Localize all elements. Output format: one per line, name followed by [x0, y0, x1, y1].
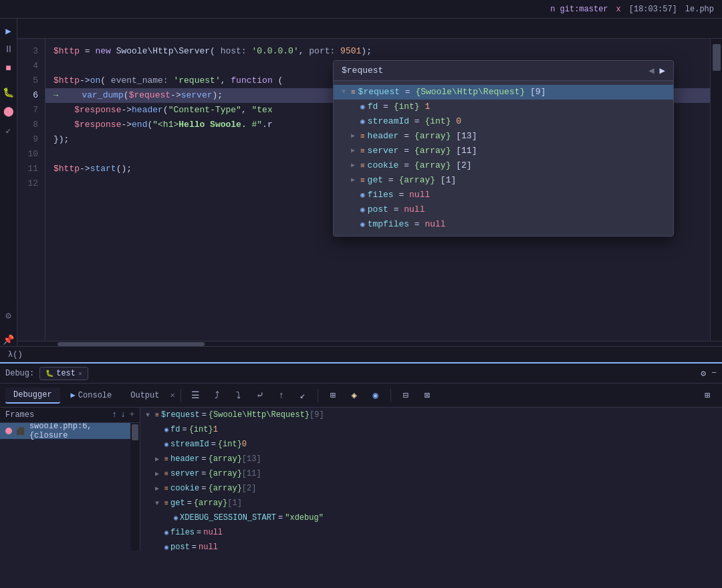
expand-icon-post — [351, 202, 360, 217]
tab-debugger[interactable]: Debugger — [5, 388, 60, 404]
expand-icon-streamid — [351, 114, 360, 129]
expand-get[interactable]: ▼ — [155, 500, 164, 507]
var-item-streamid[interactable]: ◉ streamId = {int} 0 — [140, 437, 722, 452]
settings-icon[interactable]: ⚙ — [2, 309, 15, 322]
tb-btn-resume[interactable]: ↑ — [272, 386, 291, 405]
tb-btn-step-into[interactable]: ⤵ — [229, 386, 248, 405]
expand-icon-request[interactable]: ▼ — [342, 85, 351, 100]
vi-type-prim: ◉ — [164, 426, 168, 434]
ln-6: 6 — [17, 88, 38, 103]
settings-gear-icon[interactable]: ⚙ — [701, 368, 706, 379]
tooltip-item-cookie[interactable]: ▶ ≡ cookie = {array} [2] — [334, 158, 673, 173]
breakpoint-icon[interactable]: ⬤ — [2, 104, 15, 118]
expand-icon-fd — [351, 100, 360, 114]
expand-server[interactable]: ▶ — [155, 470, 164, 478]
tooltip-item-post[interactable]: ◉ post = null — [334, 202, 673, 217]
tab-output[interactable]: Output — [122, 388, 167, 403]
code-line-3: $http = new Swoole\Http\Server( host: '0… — [53, 44, 714, 59]
expand-streamid — [155, 441, 164, 448]
tb-btn-memory[interactable]: ◉ — [366, 386, 385, 405]
expand-header[interactable]: ▶ — [155, 455, 164, 463]
scrollbar-thumb[interactable] — [57, 342, 205, 346]
frames-label: Frames — [5, 410, 34, 420]
frames-up-icon[interactable]: ↑ — [112, 410, 116, 420]
expand-cookie[interactable]: ▶ — [155, 484, 164, 492]
line-numbers: 3 4 5 6 7 8 9 10 11 12 — [17, 39, 45, 341]
tab-console[interactable]: ▶ Console — [63, 388, 120, 403]
frames-add-icon[interactable]: + — [130, 410, 134, 420]
nav-forward[interactable]: ▶ — [660, 65, 665, 76]
step-icon[interactable]: ↙ — [2, 123, 15, 136]
close-output-icon[interactable]: ✕ — [170, 390, 174, 400]
frames-panel: Frames ↑ ↓ + ⬛ swoole.php:6, {closure — [0, 408, 140, 551]
lambda-bar: λ() — [0, 346, 722, 362]
tooltip-title: $request — [342, 65, 383, 76]
breakpoint-dot — [5, 428, 12, 434]
pause-icon[interactable]: ⏸ — [2, 43, 15, 56]
var-item-fd[interactable]: ◉ fd = {int} 1 — [140, 422, 722, 437]
tooltip-item-header[interactable]: ▶ ≡ header = {array} [13] — [334, 129, 673, 144]
var-item-cookie[interactable]: ▶ ≡ cookie = {array} [2] — [140, 481, 722, 496]
var-item-get[interactable]: ▼ ≡ get = {array} [1] — [140, 496, 722, 510]
expand-icon-server[interactable]: ▶ — [351, 144, 360, 158]
console-icon: ▶ — [71, 390, 76, 400]
stop-icon[interactable]: ■ — [2, 61, 15, 75]
frame-icon: ⬛ — [16, 427, 25, 436]
type-icon-prim-2: ◉ — [360, 114, 365, 129]
editor-scrollbar[interactable] — [17, 341, 722, 346]
tb-btn-step-out[interactable]: ⤶ — [251, 386, 269, 405]
tb-btn-layout[interactable]: ⊞ — [698, 386, 717, 405]
vars-panel: ▼ ≡ $request = {Swoole\Http\Request} [9]… — [140, 408, 722, 551]
close-button[interactable]: x — [616, 5, 621, 14]
play-icon[interactable]: ▶ — [2, 24, 15, 37]
expand-icon-tmpfiles — [351, 217, 360, 232]
top-bar: n git:master x [18:03:57] le.php — [0, 0, 722, 19]
bug-icon[interactable]: 🐛 — [2, 86, 15, 99]
tooltip-item-streamid[interactable]: ◉ streamId = {int} 0 — [334, 114, 673, 129]
frames-down-icon[interactable]: ↓ — [121, 410, 126, 420]
var-item-files[interactable]: ◉ files = null — [140, 525, 722, 540]
type-icon-prim-4: ◉ — [360, 202, 365, 217]
nav-back[interactable]: ◀ — [648, 65, 654, 76]
tooltip-header: $request ◀ ▶ — [334, 61, 673, 81]
debug-arrow: → — [53, 88, 58, 103]
tooltip-body: ▼ ≡ $request = {Swoole\Http\Request} [9]… — [334, 81, 673, 236]
var-item-header[interactable]: ▶ ≡ header = {array} [13] — [140, 452, 722, 466]
var-item-server[interactable]: ▶ ≡ server = {array} [11] — [140, 466, 722, 481]
tb-btn-run-to[interactable]: ↙ — [293, 386, 312, 405]
tb-btn-breakpoints[interactable]: ⊟ — [396, 386, 415, 405]
expand-files — [155, 529, 164, 537]
vi-type-prim-2: ◉ — [164, 440, 168, 448]
tb-btn-list[interactable]: ☰ — [187, 386, 205, 405]
expand-request[interactable]: ▼ — [146, 412, 155, 419]
tooltip-item-server[interactable]: ▶ ≡ server = {array} [11] — [334, 144, 673, 158]
tb-btn-table[interactable]: ⊞ — [324, 386, 342, 405]
expand-fd — [155, 426, 164, 434]
tooltip-item-request[interactable]: ▼ ≡ $request = {Swoole\Http\Request} [9] — [334, 85, 673, 100]
tab-close-icon[interactable]: ✕ — [78, 370, 82, 378]
minimize-icon[interactable]: − — [711, 368, 717, 378]
tb-btn-step-over[interactable]: ⤴ — [208, 386, 227, 405]
tooltip-nav[interactable]: ◀ ▶ — [648, 65, 665, 76]
tb-btn-clear[interactable]: ⊠ — [418, 386, 437, 405]
frames-scrollbar — [130, 423, 140, 551]
vi-type-arr: ≡ — [164, 456, 168, 463]
frame-item-swoole[interactable]: ⬛ swoole.php:6, {closure — [0, 423, 140, 439]
expand-icon-cookie[interactable]: ▶ — [351, 158, 360, 173]
debug-tab-test[interactable]: 🐛 test ✕ — [39, 367, 88, 380]
vi-type-arr-3: ≡ — [164, 485, 168, 492]
var-item-post[interactable]: ◉ post = null — [140, 540, 722, 551]
pin-icon[interactable]: 📌 — [2, 333, 15, 346]
vi-type-arr-4: ≡ — [164, 500, 168, 507]
tooltip-item-fd[interactable]: ◉ fd = {int} 1 — [334, 100, 673, 114]
var-item-request[interactable]: ▼ ≡ $request = {Swoole\Http\Request} [9] — [140, 408, 722, 422]
tooltip-item-tmpfiles[interactable]: ◉ tmpfiles = null — [334, 217, 673, 232]
tooltip-item-get[interactable]: ▶ ≡ get = {array} [1] — [334, 173, 673, 188]
expand-icon-get[interactable]: ▶ — [351, 173, 360, 188]
var-item-xdebug[interactable]: ◉ XDEBUG_SESSION_START = "xdebug" — [140, 510, 722, 525]
expand-icon-header[interactable]: ▶ — [351, 129, 360, 144]
tb-btn-hex[interactable]: ◈ — [345, 386, 364, 405]
ln-12: 12 — [17, 176, 38, 191]
code-content[interactable]: $http = new Swoole\Http\Server( host: '0… — [45, 39, 722, 341]
tooltip-item-files[interactable]: ◉ files = null — [334, 188, 673, 202]
